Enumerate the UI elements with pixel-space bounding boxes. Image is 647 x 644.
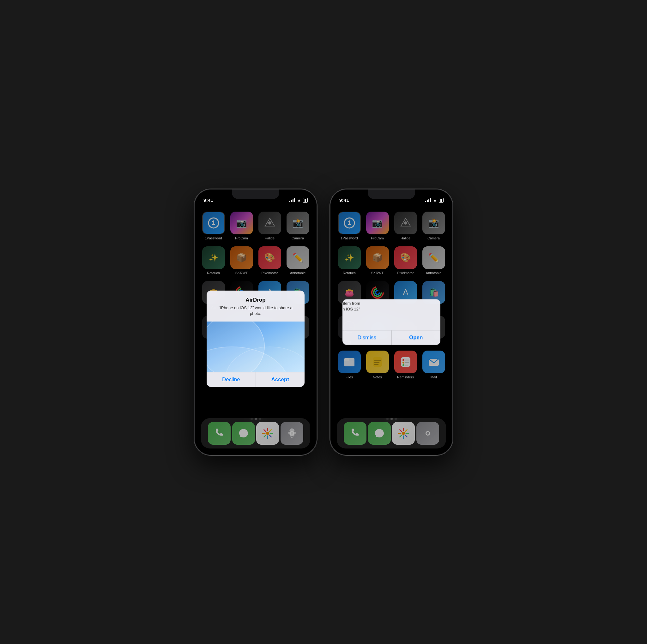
battery-right: ▮ <box>439 198 443 203</box>
front-camera-right <box>401 194 405 198</box>
signal-left <box>289 198 295 202</box>
alert-buttons-right: Dismiss Open <box>343 330 440 345</box>
accept-button[interactable]: Accept <box>256 373 305 387</box>
notch-right <box>372 192 410 201</box>
wifi-left: ▲ <box>297 198 301 203</box>
wifi-right: ▲ <box>433 198 437 203</box>
alert-message-right: Received item from"iPhone on iOS 12" <box>343 301 385 312</box>
screen-left: 9:41 ▲ ▮ 1 <box>195 189 316 455</box>
decline-button[interactable]: Decline <box>207 373 256 387</box>
open-button[interactable]: Open <box>392 330 441 345</box>
airdrop-alert-right: AirDrop Received item from"iPhone on iOS… <box>343 299 440 345</box>
alert-body-left: AirDrop "iPhone on iOS 12" would like to… <box>207 291 304 316</box>
battery-left: ▮ <box>303 198 308 203</box>
iphone-right: 9:41 ▲ ▮ 1 <box>330 189 453 456</box>
alert-body-right: AirDrop Received item from"iPhone on iOS… <box>343 299 391 312</box>
signal-right <box>425 198 431 202</box>
status-icons-left: ▲ ▮ <box>289 198 308 203</box>
alert-buttons-left: Decline Accept <box>207 372 304 387</box>
status-icons-right: ▲ ▮ <box>425 198 443 203</box>
screen-right: 9:41 ▲ ▮ 1 <box>331 189 452 455</box>
page-wrapper: 9:41 ▲ ▮ 1 <box>194 189 453 456</box>
airdrop-alert-left: AirDrop "iPhone on iOS 12" would like to… <box>207 291 304 387</box>
dismiss-button[interactable]: Dismiss <box>343 330 392 345</box>
alert-image-left <box>207 322 304 372</box>
status-bar-right: 9:41 ▲ ▮ <box>331 189 452 205</box>
time-right: 9:41 <box>339 197 349 203</box>
alert-message-left: "iPhone on iOS 12" would like to share a… <box>213 305 298 316</box>
front-camera-left <box>265 194 269 198</box>
alert-title-left: AirDrop <box>213 297 298 303</box>
notch-left <box>237 192 275 201</box>
status-bar-left: 9:41 ▲ ▮ <box>195 189 316 205</box>
iphone-left: 9:41 ▲ ▮ 1 <box>194 189 317 456</box>
time-left: 9:41 <box>204 197 213 203</box>
